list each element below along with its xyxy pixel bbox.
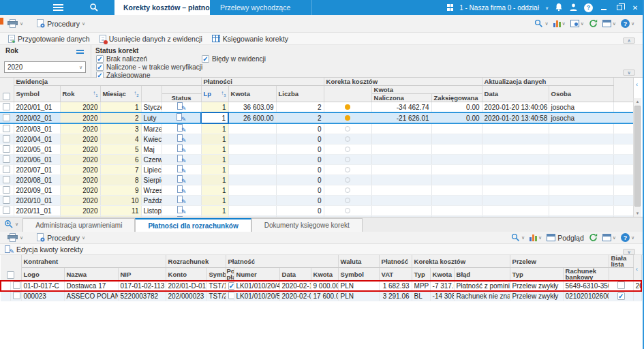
restore-button[interactable] <box>615 4 624 12</box>
main-table-row[interactable]: 2020/10_01202010Październik✎10 <box>0 196 633 206</box>
col-lp[interactable]: Lp↑3 <box>201 86 228 102</box>
col-konto[interactable]: Konto <box>166 268 206 282</box>
row-checkbox[interactable] <box>3 207 10 214</box>
group-kontrahent[interactable]: Kontrahent <box>21 255 166 268</box>
main-table-row[interactable]: 2020/08_0120208Sierpień✎10 <box>0 175 633 185</box>
company-selector[interactable]: 1 - Nasza firma 0 - oddział <box>459 4 539 12</box>
group-waluta[interactable]: Waluta <box>338 255 379 268</box>
refresh-button[interactable] <box>589 19 598 28</box>
rok-select[interactable]: 2020 ∨ <box>4 61 86 73</box>
status-edit-icon[interactable]: ✎ <box>177 196 186 204</box>
tab-korekty-kosztow[interactable]: Korekty kosztów – płatności (biała <box>114 0 210 15</box>
col-symbol[interactable]: Symbol <box>14 86 60 102</box>
tab-platnosci-dla-rozrachunkow[interactable]: Płatności dla rozrachunków <box>135 218 251 232</box>
checkbox[interactable]: ✓ <box>96 63 104 71</box>
row-checkbox[interactable] <box>3 186 10 194</box>
tab-dokumenty-ksiegowe-korekt[interactable]: Dokumenty księgowe korekt <box>251 218 363 232</box>
print-button[interactable]: ∨ <box>4 16 27 31</box>
checkbox-bledy-w-ewidencji[interactable]: ✓ Błędy w ewidencji <box>202 55 266 63</box>
status-edit-icon[interactable]: ✎ <box>177 175 186 183</box>
main-table-row[interactable]: 2020/11_01202011Listopad✎10 <box>0 206 633 216</box>
select-all-checkbox[interactable] <box>7 271 14 279</box>
edycja-kwoty-korekty-button[interactable]: ✎ Edycja kwoty korekty <box>5 245 83 254</box>
help-icon[interactable]: ? <box>584 3 593 12</box>
col-liczba[interactable]: Liczba <box>276 86 324 102</box>
group-platnosc[interactable]: Płatność <box>226 255 338 268</box>
status-edit-icon[interactable]: ✎ <box>177 134 186 142</box>
collapse-left-icon[interactable]: ‹ <box>636 266 638 273</box>
user-icon[interactable] <box>569 3 578 13</box>
print-button[interactable]: ∨ <box>4 230 27 245</box>
col-logo[interactable]: Logo <box>21 268 64 282</box>
main-table-row[interactable]: 2020/06_0120206Czerwiec✎10 <box>0 155 633 165</box>
group-korekta-kosztow[interactable]: Korekta kosztów <box>324 78 482 86</box>
status-edit-icon[interactable]: ✎ <box>177 145 186 153</box>
ksiegowanie-korekty-button[interactable]: Księgowanie korekty <box>212 35 288 43</box>
row-checkbox[interactable] <box>3 125 10 132</box>
status-edit-icon[interactable]: ✎ <box>177 185 186 194</box>
row-checkbox[interactable] <box>3 103 10 110</box>
main-table-row[interactable]: 2020/04_0120204Kwiecień✎10 <box>0 134 633 145</box>
col-typ[interactable]: Typ <box>412 268 430 282</box>
collapse-down-button[interactable]: ∨ <box>623 70 635 76</box>
row-checkbox[interactable] <box>13 292 20 299</box>
main-table-row[interactable]: 2020/02_0120202Luty✎126 600.002-21 626.0… <box>0 112 633 123</box>
filter-menu-icon[interactable] <box>76 50 84 55</box>
col-kwota[interactable]: Kwota <box>228 86 276 102</box>
grid-view-button[interactable]: ∨ <box>602 234 616 241</box>
col-symbol[interactable]: Symbol <box>206 268 226 282</box>
close-button[interactable]: ✕ <box>630 4 640 12</box>
status-edit-icon[interactable]: ✎ <box>177 155 186 163</box>
collapse-down-button[interactable]: ∨ <box>623 249 635 255</box>
row-checkbox[interactable] <box>3 176 10 183</box>
po-checkbox[interactable]: ✓ <box>228 282 234 290</box>
vertical-scrollbar[interactable]: ▲ ▼ <box>633 98 641 217</box>
col-biala-lista[interactable] <box>609 268 633 282</box>
col-status[interactable]: Status <box>162 94 201 102</box>
window-settings-button[interactable]: ∨ <box>570 20 584 27</box>
apps-grid-icon[interactable] <box>447 4 454 11</box>
po-checkbox[interactable] <box>228 292 234 299</box>
quick-search-button[interactable]: ∨ <box>534 19 548 28</box>
status-edit-icon[interactable]: ✎ <box>177 165 186 173</box>
row-checkbox[interactable] <box>3 135 10 142</box>
bell-icon[interactable] <box>555 3 563 13</box>
row-checkbox[interactable] <box>3 196 10 204</box>
main-table-row[interactable]: 2020/09_0120209Wrzesień✎10 <box>0 185 633 196</box>
refresh-button[interactable] <box>589 233 598 242</box>
collapse-up-button[interactable]: ∧ <box>623 37 635 44</box>
search-icon[interactable] <box>74 0 114 15</box>
hamburger-menu-icon[interactable] <box>42 0 74 15</box>
bottom-table-row[interactable]: 01-D-017-CDostawca 17017-01-02-113202/01… <box>1 281 641 291</box>
col-osoba[interactable]: Osoba <box>549 86 613 102</box>
col-nip[interactable]: NIP <box>118 268 166 282</box>
context-help-button[interactable]: ? ∨ <box>621 19 634 28</box>
col-data[interactable]: Data <box>279 268 311 282</box>
checkbox[interactable]: ✓ <box>202 55 209 63</box>
col-kwota-group[interactable]: Kwota <box>371 86 482 94</box>
group-platnosc-vat[interactable]: Płatność <box>379 255 412 268</box>
col-miesiac[interactable]: Miesiąc↑2 <box>100 86 141 102</box>
bottom-table-row[interactable]: 000023ASSECO POLAND5220003782202/000023T… <box>1 291 641 301</box>
col-blad[interactable]: Błąd <box>454 268 510 282</box>
col-rok[interactable]: Rok↑1 <box>60 86 100 102</box>
status-edit-icon[interactable]: ✎ <box>177 113 185 121</box>
row-checkbox[interactable] <box>13 282 20 289</box>
procedury-button[interactable]: Procedury ∨ <box>33 230 89 245</box>
main-table-row[interactable]: 2020/03_0120203Marzec✎10 <box>0 123 633 134</box>
main-table-row[interactable]: 2020/05_0120205Maj✎10 <box>0 145 633 155</box>
col-zaksiegowana[interactable]: Zaksięgowana <box>431 94 482 102</box>
col-po-platnosc[interactable]: Po pła <box>226 268 234 282</box>
checkbox-brak-naliczen[interactable]: ✓ Brak naliczeń <box>96 55 147 63</box>
row-checkbox[interactable] <box>3 145 10 153</box>
row-checkbox[interactable] <box>3 155 10 163</box>
col-rachunek-bankowy[interactable]: Rachunek bankowy <box>563 268 609 282</box>
row-checkbox[interactable] <box>3 114 10 121</box>
tab-przelewy-wychodzace[interactable]: Przelewy wychodzące <box>210 0 312 15</box>
usuniecie-danych-button[interactable]: Usunięcie danych z ewidencji <box>99 35 202 43</box>
group-biala-lista[interactable]: Biała lista <box>609 255 633 268</box>
group-korekta-kosztow[interactable]: Korekta kosztów <box>412 255 510 268</box>
group-rozrachunek[interactable]: Rozrachunek <box>166 255 226 268</box>
main-table-row[interactable]: 2020/01_0120201Styczeń✎136 603.092-34 46… <box>0 102 633 113</box>
col-nazwa[interactable]: Nazwa <box>64 268 118 282</box>
